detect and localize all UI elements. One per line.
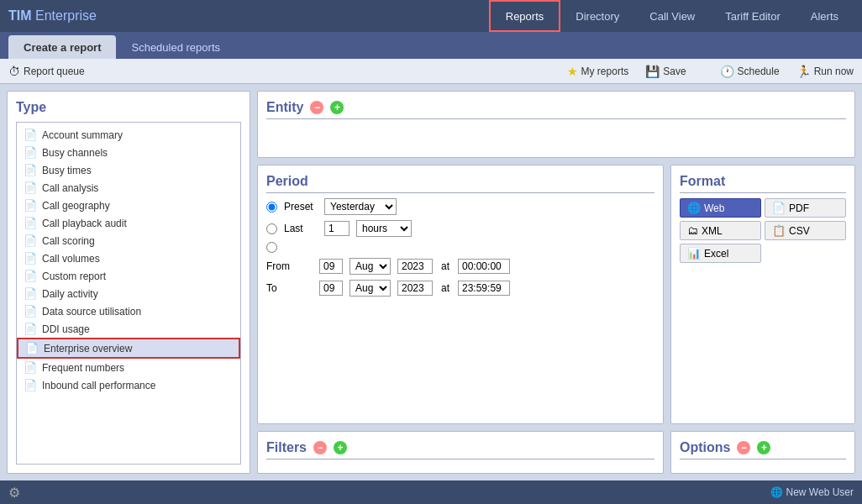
format-web-button[interactable]: 🌐 Web [680, 198, 761, 218]
options-header: Options − + [680, 440, 846, 459]
period-last-value[interactable] [324, 221, 350, 236]
type-list-item[interactable]: 📄Call playback audit [17, 214, 240, 232]
tab-scheduled-reports[interactable]: Scheduled reports [116, 35, 235, 59]
type-list-item[interactable]: 📄Call analysis [17, 179, 240, 197]
type-list-item[interactable]: 📄Enterprise overview [17, 338, 240, 359]
period-from-time[interactable] [458, 259, 510, 274]
type-item-label: Custom report [42, 270, 106, 282]
period-preset-row: Preset Yesterday Today This week Last we… [266, 198, 654, 215]
format-pdf-button[interactable]: 📄 PDF [765, 198, 846, 218]
type-item-label: DDI usage [42, 323, 90, 335]
type-item-label: Call volumes [42, 253, 100, 265]
period-to-month[interactable]: JanFebMarApr MayJunJulAug SepOctNovDec [350, 280, 391, 297]
period-to-year[interactable] [397, 281, 433, 296]
type-list-item[interactable]: 📄Busy channels [17, 144, 240, 161]
schedule-button[interactable]: 🕐 Schedule [720, 65, 780, 78]
bottom-row: Filters − + Options − + [257, 431, 855, 474]
format-xml-button[interactable]: 🗂 XML [680, 221, 761, 240]
save-label: Save [663, 66, 686, 77]
nav-item-callview[interactable]: Call View [634, 0, 710, 32]
save-icon: 💾 [645, 65, 660, 78]
nav-item-tariff-editor[interactable]: Tariff Editor [710, 0, 796, 32]
run-icon: 🏃 [796, 65, 811, 78]
type-list-item[interactable]: 📄Busy times [17, 161, 240, 179]
format-excel-label: Excel [704, 248, 728, 260]
period-last-unit-select[interactable]: hours days weeks months [356, 220, 412, 237]
document-icon: 📄 [24, 129, 37, 141]
period-last-row: Last hours days weeks months [266, 220, 654, 237]
type-list-item[interactable]: 📄Inbound call performance [17, 376, 240, 394]
period-range-radio[interactable] [266, 242, 277, 253]
status-bar: ⚙ 🌐 New Web User [0, 480, 862, 504]
format-csv-label: CSV [789, 225, 810, 237]
type-item-label: Account summary [42, 129, 123, 141]
type-list-item[interactable]: 📄Call volumes [17, 249, 240, 267]
period-from-day[interactable] [319, 259, 343, 274]
type-list-item[interactable]: 📄Frequent numbers [17, 359, 240, 376]
entity-add-button[interactable]: + [330, 101, 344, 114]
my-reports-button[interactable]: ★ My reports [567, 65, 629, 78]
nav-item-alerts[interactable]: Alerts [796, 0, 854, 32]
options-title: Options [680, 440, 730, 455]
pdf-icon: 📄 [772, 202, 786, 214]
format-title: Format [680, 174, 725, 189]
document-icon: 📄 [24, 305, 37, 318]
save-button[interactable]: 💾 Save [645, 65, 686, 78]
type-list-item[interactable]: 📄Custom report [17, 267, 240, 285]
type-item-label: Busy times [42, 165, 92, 176]
new-web-user-label: New Web User [786, 486, 854, 498]
filters-section: Filters − + [257, 431, 664, 474]
entity-remove-button[interactable]: − [310, 101, 323, 114]
report-queue-button[interactable]: ⏱ Report queue [8, 65, 85, 78]
document-icon: 📄 [24, 199, 37, 212]
document-icon: 📄 [24, 361, 37, 374]
type-list-container: 📄Account summary📄Busy channels📄Busy time… [16, 122, 241, 465]
document-icon: 📄 [24, 270, 37, 282]
type-item-label: Enterprise overview [44, 343, 132, 354]
nav-item-directory[interactable]: Directory [560, 0, 634, 32]
gear-icon[interactable]: ⚙ [8, 486, 20, 500]
period-to-time[interactable] [458, 281, 510, 296]
my-reports-label: My reports [581, 66, 629, 77]
type-list-item[interactable]: 📄DDI usage [17, 320, 240, 338]
type-item-label: Data source utilisation [42, 306, 141, 318]
period-preset-select[interactable]: Yesterday Today This week Last week This… [324, 198, 397, 215]
period-from-year[interactable] [397, 259, 433, 274]
period-section: Period Preset Yesterday Today This week … [257, 165, 664, 424]
type-list-item[interactable]: 📄Account summary [17, 126, 240, 144]
type-list-item[interactable]: 📄Data source utilisation [17, 302, 240, 320]
period-to-label: To [266, 282, 313, 294]
globe-icon: 🌐 [770, 486, 783, 498]
entity-section: Entity − + [257, 91, 855, 158]
type-item-label: Busy channels [42, 147, 108, 159]
nav-items: Reports Directory Call View Tariff Edito… [122, 0, 854, 32]
type-list-item[interactable]: 📄Daily activity [17, 285, 240, 302]
tab-create-report[interactable]: Create a report [8, 35, 116, 59]
period-from-month[interactable]: JanFebMarApr MayJunJulAug SepOctNovDec [350, 258, 391, 275]
format-web-label: Web [704, 202, 724, 214]
type-item-label: Call analysis [42, 182, 98, 194]
period-title: Period [266, 174, 308, 189]
document-icon: 📄 [24, 181, 37, 194]
options-remove-button[interactable]: − [737, 441, 750, 454]
new-web-user-item[interactable]: 🌐 New Web User [770, 486, 854, 498]
filters-add-button[interactable]: + [334, 441, 347, 454]
type-list-item[interactable]: 📄Call scoring [17, 232, 240, 249]
period-last-radio[interactable] [266, 223, 277, 234]
filters-remove-button[interactable]: − [313, 441, 327, 454]
period-to-day[interactable] [319, 281, 343, 296]
format-pdf-label: PDF [789, 202, 809, 214]
period-preset-radio[interactable] [266, 202, 277, 213]
format-csv-button[interactable]: 📋 CSV [765, 221, 846, 240]
run-now-button[interactable]: 🏃 Run now [796, 65, 854, 78]
format-grid: 🌐 Web 📄 PDF 🗂 XML 📋 CSV [680, 198, 846, 263]
options-add-button[interactable]: + [757, 441, 770, 454]
period-to-at: at [441, 282, 449, 294]
type-list-item[interactable]: 📄Call geography [17, 197, 240, 214]
schedule-icon: 🕐 [720, 65, 734, 78]
xml-icon: 🗂 [687, 224, 698, 237]
nav-item-reports[interactable]: Reports [489, 0, 561, 32]
filters-title: Filters [266, 440, 307, 455]
document-icon: 📄 [24, 252, 37, 265]
format-excel-button[interactable]: 📊 Excel [680, 244, 761, 263]
